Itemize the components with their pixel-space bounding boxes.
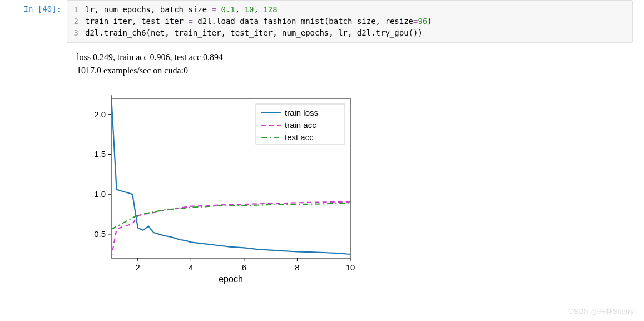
legend-label: test acc: [285, 132, 314, 142]
notebook-input-cell: In [40]: 1lr, num_epochs, batch_size = 0…: [0, 0, 644, 43]
series-test-acc: [111, 203, 350, 229]
code-line: 1lr, num_epochs, batch_size = 0.1, 10, 1…: [67, 4, 632, 16]
x-axis-label: epoch: [219, 274, 243, 284]
code-content: train_iter, test_iter = d2l.load_data_fa…: [85, 16, 432, 27]
chart-container: 2468100.51.01.52.0epochtrain losstrain a…: [72, 88, 644, 289]
y-tick-label: 0.5: [94, 229, 106, 239]
input-prompt: In [40]:: [0, 0, 67, 13]
code-line: 2train_iter, test_iter = d2l.load_data_f…: [67, 16, 632, 27]
y-tick-label: 1.5: [94, 149, 106, 159]
legend-label: train loss: [285, 108, 318, 117]
output-text: loss 0.249, train acc 0.906, test acc 0.…: [67, 43, 644, 77]
x-tick-label: 8: [295, 263, 299, 272]
code-content: lr, num_epochs, batch_size = 0.1, 10, 12…: [85, 4, 278, 16]
code-line: 3d2l.train_ch6(net, train_iter, test_ite…: [67, 27, 632, 39]
code-area[interactable]: 1lr, num_epochs, batch_size = 0.1, 10, 1…: [67, 0, 633, 43]
x-tick-label: 4: [189, 263, 193, 272]
training-chart: 2468100.51.01.52.0epochtrain losstrain a…: [72, 88, 361, 289]
x-tick-label: 6: [242, 263, 246, 272]
x-tick-label: 10: [346, 263, 355, 272]
line-number: 1: [67, 4, 85, 16]
line-number: 2: [67, 16, 85, 27]
y-tick-label: 1.0: [94, 189, 106, 199]
output-line-2: 1017.0 examples/sec on cuda:0: [77, 64, 644, 77]
y-tick-label: 2.0: [94, 110, 106, 119]
line-number: 3: [67, 27, 85, 39]
series-train-acc: [111, 202, 350, 258]
x-tick-label: 2: [136, 263, 140, 272]
code-content: d2l.train_ch6(net, train_iter, test_iter…: [85, 27, 423, 39]
legend-label: train acc: [285, 120, 316, 130]
output-line-1: loss 0.249, train acc 0.906, test acc 0.…: [77, 51, 644, 64]
